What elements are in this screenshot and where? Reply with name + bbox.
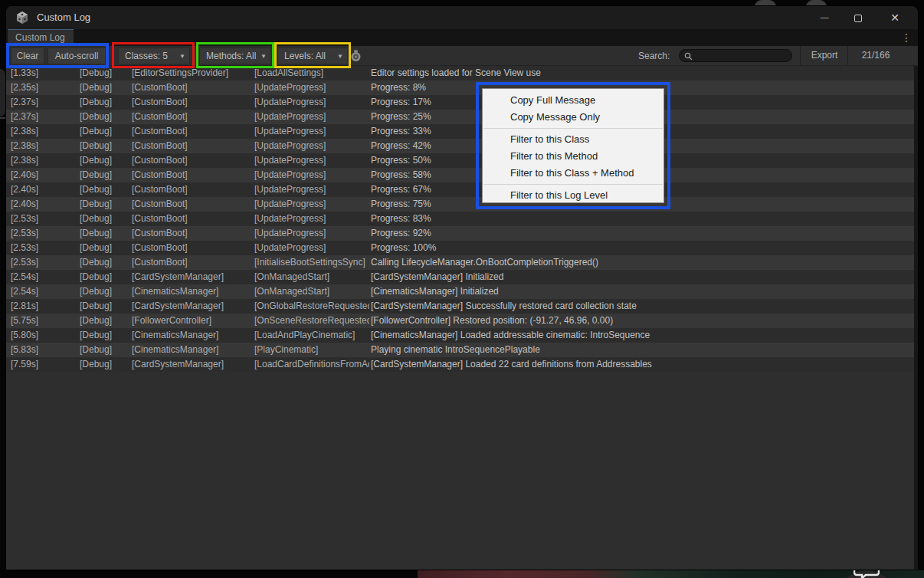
log-method: [UpdateProgress] — [254, 95, 369, 110]
toolbar: Clear Auto-scroll Classes: 5 ▼ Methods: … — [6, 46, 918, 66]
log-level: [Debug] — [80, 299, 130, 314]
levels-dropdown[interactable]: Levels: All ▼ — [277, 48, 348, 64]
log-row[interactable]: [5.80s][Debug][CinematicsManager][LoadAn… — [6, 328, 914, 343]
log-row[interactable]: [5.83s][Debug][CinematicsManager][PlayCi… — [6, 343, 914, 357]
log-level: [Debug] — [80, 66, 130, 80]
log-class: [CinematicsManager] — [132, 284, 253, 299]
log-class: [CinematicsManager] — [132, 343, 253, 357]
log-method: [PlayCinematic] — [254, 343, 369, 357]
scrollbar[interactable] — [914, 66, 918, 570]
maximize-icon — [854, 15, 862, 22]
log-time: [2.40s] — [11, 182, 78, 197]
log-message: [CardSystemManager] Loaded 22 card defin… — [371, 357, 911, 372]
log-row[interactable]: [2.38s][Debug][CustomBoot][UpdateProgres… — [6, 153, 914, 168]
tab-bar: Custom Log ⋮ — [6, 29, 918, 46]
log-row[interactable]: [5.75s][Debug][FollowerController][OnSce… — [6, 314, 914, 328]
log-row[interactable]: [2.54s][Debug][CardSystemManager][OnMana… — [6, 270, 914, 284]
log-level: [Debug] — [80, 357, 130, 372]
log-row[interactable]: [2.37s][Debug][CustomBoot][UpdateProgres… — [6, 110, 914, 124]
log-class: [CustomBoot] — [132, 124, 253, 139]
search-box[interactable] — [679, 49, 792, 62]
menu-item-filter-to-this-method[interactable]: Filter to this Method — [483, 148, 664, 165]
kebab-menu-icon[interactable]: ⋮ — [901, 31, 912, 44]
log-class: [CustomBoot] — [132, 241, 253, 255]
title-bar[interactable]: Custom Log ─ ✕ — [6, 6, 918, 29]
log-level: [Debug] — [80, 95, 130, 110]
background-shape — [0, 69, 5, 117]
close-button[interactable]: ✕ — [878, 6, 912, 29]
log-method: [UpdateProgress] — [254, 80, 369, 95]
chevron-down-icon: ▼ — [179, 48, 185, 64]
log-time: [2.53s] — [11, 241, 78, 255]
menu-item-filter-to-this-log-level[interactable]: Filter to this Log Level — [483, 187, 664, 204]
log-method: [OnSceneRestoreRequested] — [254, 314, 369, 328]
log-row[interactable]: [2.53s][Debug][CustomBoot][UpdateProgres… — [6, 212, 914, 226]
log-level: [Debug] — [80, 314, 130, 328]
log-message: Calling LifecycleManager.OnBootCompletio… — [371, 255, 911, 270]
search-label: Search: — [638, 51, 670, 61]
log-method: [LoadAllSettings] — [254, 66, 369, 80]
menu-item-filter-to-this-class-method[interactable]: Filter to this Class + Method — [483, 165, 664, 182]
log-method: [OnGlobalRestoreRequested] — [254, 299, 369, 314]
log-row[interactable]: [2.40s][Debug][CustomBoot][UpdateProgres… — [6, 182, 914, 197]
log-row[interactable]: [1.33s][Debug][EditorSettingsProvider][L… — [6, 66, 914, 80]
log-level: [Debug] — [80, 270, 130, 284]
classes-dropdown-label: Classes: 5 — [125, 51, 168, 61]
log-method: [OnManagedStart] — [254, 270, 369, 284]
log-row[interactable]: [2.40s][Debug][CustomBoot][UpdateProgres… — [6, 197, 914, 212]
log-time: [5.80s] — [11, 328, 78, 343]
log-message: [CinematicsManager] Loaded addressable c… — [371, 328, 911, 343]
tab-custom-log[interactable]: Custom Log — [8, 29, 74, 46]
log-time: [2.37s] — [11, 110, 78, 124]
log-row[interactable]: [2.53s][Debug][CustomBoot][UpdateProgres… — [6, 226, 914, 241]
log-row[interactable]: [2.37s][Debug][CustomBoot][UpdateProgres… — [6, 95, 914, 110]
minimize-button[interactable]: ─ — [808, 6, 841, 29]
log-message: Editor settings loaded for Scene View us… — [371, 66, 911, 80]
export-button[interactable]: Export — [803, 46, 846, 65]
classes-dropdown[interactable]: Classes: 5 ▼ — [118, 48, 190, 64]
log-class: [CustomBoot] — [132, 255, 253, 270]
log-time: [2.53s] — [11, 255, 78, 270]
maximize-button[interactable] — [841, 6, 875, 29]
methods-dropdown[interactable]: Methods: All ▼ — [199, 48, 271, 64]
log-class: [CustomBoot] — [132, 80, 253, 95]
log-row[interactable]: [2.81s][Debug][CardSystemManager][OnGlob… — [6, 299, 914, 314]
log-class: [CustomBoot] — [132, 197, 253, 212]
divider — [800, 46, 801, 65]
log-time: [2.40s] — [11, 168, 78, 182]
log-time: [2.53s] — [11, 212, 78, 226]
log-method: [UpdateProgress] — [254, 226, 369, 241]
log-method: [UpdateProgress] — [254, 182, 369, 197]
clear-button[interactable]: Clear — [11, 48, 44, 64]
log-level: [Debug] — [80, 182, 130, 197]
menu-item-copy-full-message[interactable]: Copy Full Message — [483, 92, 664, 109]
log-message: [CardSystemManager] Initialized — [371, 270, 911, 284]
log-time: [2.54s] — [11, 284, 78, 299]
levels-dropdown-label: Levels: All — [284, 51, 326, 61]
autoscroll-button[interactable]: Auto-scroll — [48, 48, 106, 64]
log-message: Playing cinematic IntroSequencePlayable — [371, 343, 911, 357]
log-class: [CardSystemManager] — [132, 270, 253, 284]
log-row[interactable]: [2.53s][Debug][CustomBoot][UpdateProgres… — [6, 241, 914, 255]
log-message: [FollowerController] Restored position: … — [371, 314, 911, 328]
log-class: [FollowerController] — [132, 314, 253, 328]
log-class: [CustomBoot] — [132, 139, 253, 153]
log-row[interactable]: [2.54s][Debug][CinematicsManager][OnMana… — [6, 284, 914, 299]
divider — [847, 46, 848, 65]
settings-icon[interactable] — [349, 49, 362, 62]
log-level: [Debug] — [80, 124, 130, 139]
log-row[interactable]: [7.59s][Debug][CardSystemManager][LoadCa… — [6, 357, 914, 372]
log-level: [Debug] — [80, 80, 130, 95]
log-time: [7.59s] — [11, 357, 78, 372]
log-list[interactable]: [1.33s][Debug][EditorSettingsProvider][L… — [6, 66, 914, 570]
log-class: [CustomBoot] — [132, 212, 253, 226]
log-row[interactable]: [2.35s][Debug][CustomBoot][UpdateProgres… — [6, 80, 914, 95]
log-level: [Debug] — [80, 110, 130, 124]
log-row[interactable]: [2.38s][Debug][CustomBoot][UpdateProgres… — [6, 139, 914, 153]
log-row[interactable]: [2.40s][Debug][CustomBoot][UpdateProgres… — [6, 168, 914, 182]
log-row[interactable]: [2.38s][Debug][CustomBoot][UpdateProgres… — [6, 124, 914, 139]
menu-item-filter-to-this-class[interactable]: Filter to this Class — [483, 131, 664, 148]
log-row[interactable]: [2.53s][Debug][CustomBoot][InitialiseBoo… — [6, 255, 914, 270]
search-input[interactable] — [696, 50, 788, 61]
menu-item-copy-message-only[interactable]: Copy Message Only — [483, 109, 664, 126]
